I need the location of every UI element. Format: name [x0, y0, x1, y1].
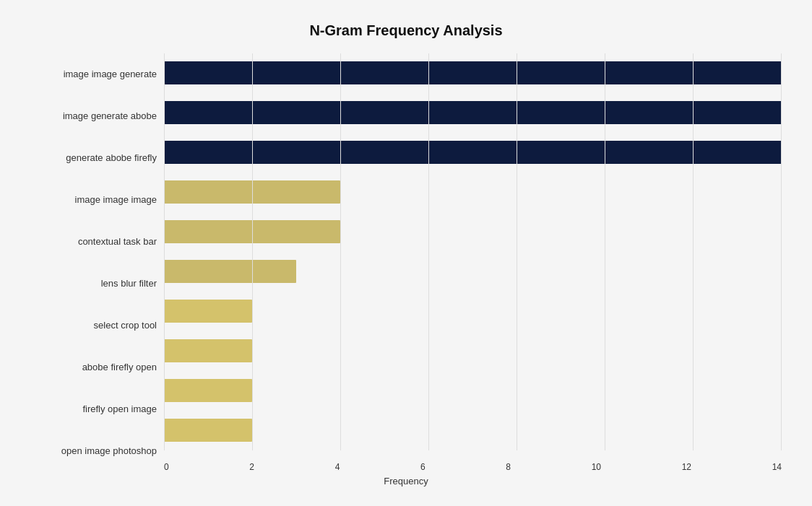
y-label: select crop tool — [94, 320, 157, 331]
bar — [164, 339, 252, 362]
bar-row — [164, 336, 782, 366]
bars-and-grid: 02468101214 — [164, 53, 782, 472]
x-tick-label: 8 — [506, 462, 511, 472]
x-tick-label: 12 — [682, 462, 691, 472]
y-label: image image generate — [64, 69, 157, 80]
x-tick-label: 6 — [420, 462, 426, 472]
bar — [164, 220, 340, 243]
bar-row — [164, 256, 782, 287]
bar — [164, 300, 252, 323]
x-axis-title: Frequency — [384, 476, 428, 487]
y-label: firefly open image — [82, 404, 157, 415]
chart-title: N-Gram Frequency Analysis — [30, 22, 782, 39]
x-tick-label: 10 — [592, 462, 601, 472]
x-axis-labels: 02468101214 — [164, 450, 782, 472]
bar — [164, 101, 782, 124]
bar — [164, 379, 252, 402]
bar-row — [164, 217, 782, 247]
bar-row — [164, 296, 782, 326]
y-label: image generate abobe — [63, 110, 157, 122]
bar — [164, 180, 340, 204]
bars-wrapper — [164, 53, 782, 472]
bar — [164, 260, 296, 283]
y-label: generate abobe firefly — [66, 152, 157, 164]
y-axis-labels: image image generateimage generate abobe… — [30, 53, 164, 472]
bar-row — [164, 177, 782, 207]
x-tick-label: 14 — [772, 462, 782, 472]
bar-row — [164, 137, 782, 167]
bar — [164, 141, 782, 164]
bar-row — [164, 97, 782, 128]
bar-row — [164, 415, 782, 445]
y-label: open image photoshop — [61, 445, 157, 457]
chart-container: N-Gram Frequency Analysis image image ge… — [9, 8, 803, 499]
y-label: abobe firefly open — [82, 362, 157, 373]
bar — [164, 419, 252, 442]
y-label: lens blur filter — [101, 278, 157, 289]
x-tick-label: 0 — [164, 462, 169, 472]
bar-row — [164, 58, 782, 88]
x-tick-label: 2 — [249, 462, 254, 472]
bar-row — [164, 375, 782, 406]
bottom-area: Frequency — [30, 472, 782, 487]
y-label: contextual task bar — [78, 236, 157, 248]
bar — [164, 61, 782, 84]
x-tick-label: 4 — [335, 462, 340, 472]
chart-area: image image generateimage generate abobe… — [30, 53, 782, 472]
y-label: image image image — [75, 194, 157, 206]
